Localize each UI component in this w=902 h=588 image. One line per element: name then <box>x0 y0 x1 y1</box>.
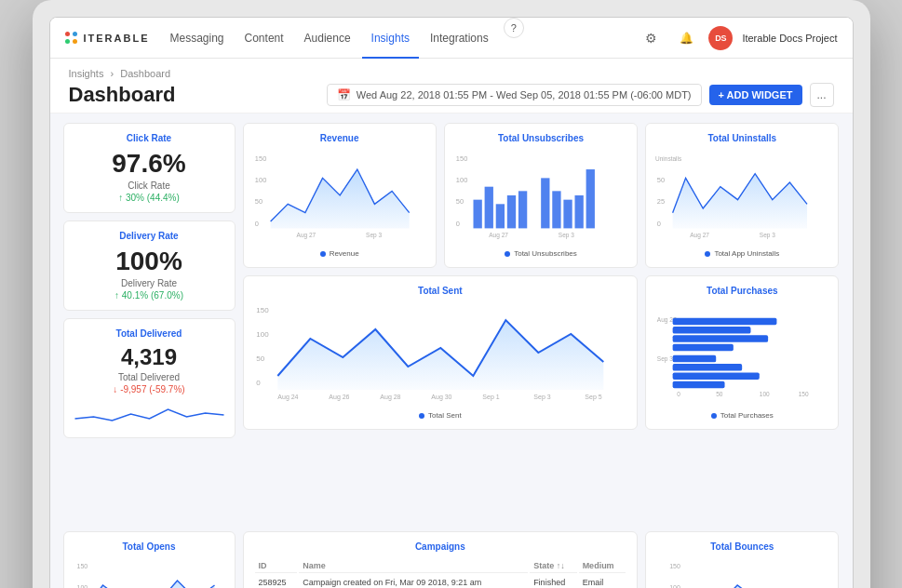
svg-rect-11 <box>473 200 481 229</box>
uninstalls-legend: Total App Uninstalls <box>655 249 828 258</box>
revenue-chart: 150 100 50 0 Aug 27 Sep 3 <box>253 149 426 242</box>
svg-rect-20 <box>586 169 594 228</box>
revenue-legend-label: Revenue <box>330 249 359 258</box>
unsubscribes-chart: 150 100 50 0 Aug 27 Sep 3 <box>454 149 627 242</box>
svg-text:Aug 27: Aug 27 <box>296 232 316 239</box>
svg-rect-17 <box>552 191 560 228</box>
nav-item-messaging[interactable]: Messaging <box>161 18 234 59</box>
logo-dot-1 <box>65 32 70 36</box>
svg-text:100: 100 <box>254 176 265 184</box>
opens-title: Total Opens <box>74 541 225 552</box>
svg-marker-58 <box>88 581 214 588</box>
svg-text:0: 0 <box>256 379 261 387</box>
delivery-rate-title: Delivery Rate <box>74 231 225 241</box>
svg-text:0: 0 <box>456 220 460 228</box>
svg-text:Sep 3: Sep 3 <box>366 232 382 239</box>
total-uninstalls-widget: Total Uninstalls Uninstalls 50 25 0 Aug … <box>645 123 839 268</box>
total-bounces-widget: Total Bounces 150 100 <box>645 531 839 588</box>
svg-text:150: 150 <box>256 306 269 314</box>
click-rate-title: Click Rate <box>74 133 225 143</box>
click-rate-widget: Click Rate 97.6% Click Rate ↑ 30% (44.4%… <box>63 123 236 213</box>
svg-text:50: 50 <box>254 197 262 206</box>
svg-text:Sep 3: Sep 3 <box>657 355 673 363</box>
brand-name: ITERABLE <box>84 33 150 44</box>
total-opens-widget: Total Opens 150 100 <box>63 531 236 588</box>
nav-item-content[interactable]: Content <box>236 18 293 59</box>
svg-rect-15 <box>518 191 527 228</box>
col-state[interactable]: State ↑↓ <box>530 559 577 573</box>
breadcrumb-current: Dashboard <box>120 68 170 79</box>
col-name[interactable]: Name <box>299 559 528 573</box>
svg-text:0: 0 <box>677 391 680 397</box>
bounces-title: Total Bounces <box>655 541 828 552</box>
total-delivered-value: 4,319 <box>74 344 225 370</box>
svg-text:Sep 5: Sep 5 <box>585 394 601 401</box>
purchases-legend: Total Purchases <box>655 411 828 420</box>
date-range-input[interactable]: 📅 Wed Aug 22, 2018 01:55 PM - Wed Sep 05… <box>327 84 702 106</box>
col-id[interactable]: ID <box>255 559 298 573</box>
dashboard-grid: Click Rate 97.6% Click Rate ↑ 30% (44.4%… <box>50 114 853 588</box>
add-widget-button[interactable]: + ADD WIDGET <box>709 85 802 105</box>
breadcrumb: Insights › Dashboard <box>69 68 834 79</box>
breadcrumb-parent[interactable]: Insights <box>69 68 104 79</box>
svg-text:Aug 30: Aug 30 <box>431 394 451 401</box>
svg-text:100: 100 <box>669 584 680 588</box>
delivery-rate-value: 100% <box>74 247 225 276</box>
notifications-button[interactable]: 🔔 <box>673 25 699 51</box>
purchases-title: Total Purchases <box>655 286 828 296</box>
nav-item-audience[interactable]: Audience <box>295 18 360 59</box>
more-options-button[interactable]: ... <box>810 83 834 107</box>
table-row: 258925 Campaign created on Fri, Mar 09 2… <box>255 575 626 588</box>
total-purchases-widget: Total Purchases Aug 27 Sep 3 0 50 100 15… <box>645 275 839 430</box>
svg-rect-13 <box>496 204 505 228</box>
total-unsubscribes-widget: Total Unsubscribes 150 100 50 0 <box>444 123 638 268</box>
svg-text:0: 0 <box>657 220 661 228</box>
svg-text:Aug 28: Aug 28 <box>380 394 400 401</box>
svg-marker-34 <box>277 320 603 390</box>
revenue-legend: Revenue <box>253 249 426 258</box>
total-delivered-change: ↓ -9,957 (-59.7%) <box>74 384 225 394</box>
logo-dot-3 <box>65 39 70 44</box>
svg-text:150: 150 <box>456 154 467 163</box>
logo-dot-4 <box>73 39 77 44</box>
svg-text:150: 150 <box>254 154 265 163</box>
click-rate-change: ↑ 30% (44.4%) <box>74 193 225 203</box>
purchases-chart: Aug 27 Sep 3 0 50 100 150 <box>655 301 828 404</box>
svg-text:50: 50 <box>456 197 464 206</box>
settings-button[interactable]: ⚙ <box>638 25 664 51</box>
col-medium[interactable]: Medium <box>579 559 626 573</box>
unsubscribes-legend: Total Unsubscribes <box>454 249 627 258</box>
nav-logo: ITERABLE <box>65 32 150 45</box>
page-header: Insights › Dashboard Dashboard 📅 Wed Aug… <box>50 59 853 114</box>
svg-text:Aug 27: Aug 27 <box>489 232 508 239</box>
delivery-rate-change: ↑ 40.1% (67.0%) <box>74 290 225 301</box>
total-sent-title: Total Sent <box>253 286 628 296</box>
logo-dot-2 <box>73 32 77 36</box>
opens-chart: 150 100 <box>74 557 225 588</box>
nav-item-integrations[interactable]: Integrations <box>421 18 498 59</box>
svg-rect-51 <box>673 381 725 388</box>
avatar: DS <box>708 26 733 50</box>
svg-text:Sep 3: Sep 3 <box>533 394 550 401</box>
nav-item-help[interactable]: ? <box>504 18 524 38</box>
delivery-rate-label: Delivery Rate <box>74 278 225 288</box>
page-title: Dashboard <box>69 83 176 107</box>
svg-text:100: 100 <box>76 584 88 588</box>
svg-rect-12 <box>484 187 492 229</box>
svg-text:Aug 24: Aug 24 <box>277 394 298 401</box>
svg-text:150: 150 <box>669 563 680 569</box>
svg-text:0: 0 <box>254 220 258 228</box>
svg-rect-16 <box>541 178 549 228</box>
date-range-text: Wed Aug 22, 2018 01:55 PM - Wed Sep 05, … <box>357 89 692 100</box>
svg-rect-50 <box>673 372 760 379</box>
svg-rect-48 <box>673 355 717 362</box>
nav-item-insights[interactable]: Insights <box>362 18 419 59</box>
total-delivered-label: Total Delivered <box>74 372 225 382</box>
total-sent-legend-label: Total Sent <box>428 411 462 420</box>
click-rate-label: Click Rate <box>74 180 225 191</box>
page-title-row: Dashboard 📅 Wed Aug 22, 2018 01:55 PM - … <box>69 83 834 107</box>
purchases-legend-label: Total Purchases <box>720 411 774 420</box>
nav-right: ⚙ 🔔 DS Iterable Docs Project <box>638 25 837 51</box>
uninstalls-title: Total Uninstalls <box>655 133 828 143</box>
svg-rect-49 <box>673 364 743 370</box>
